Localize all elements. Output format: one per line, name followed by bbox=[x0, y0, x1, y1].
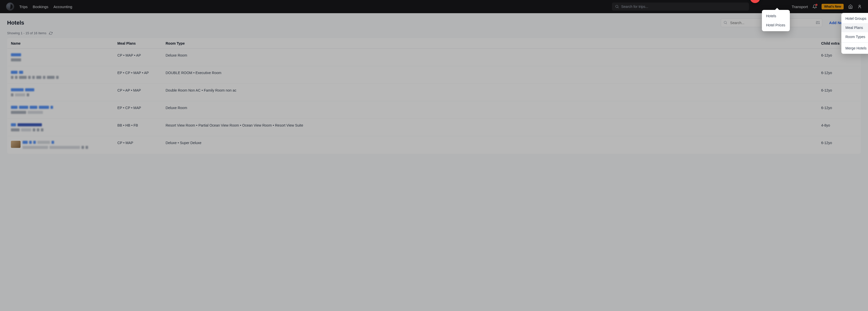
col-header-room-type[interactable]: Room Type bbox=[162, 38, 818, 49]
search-icon bbox=[615, 5, 619, 9]
svg-point-2 bbox=[859, 5, 860, 7]
cell-child: 6-12yo bbox=[818, 66, 861, 84]
cell-room: Double Room Non AC • Family Room non ac bbox=[162, 84, 818, 101]
hotels-table: Name Meal Plans Room Type Child extra CP… bbox=[7, 38, 861, 154]
cell-meal: EP • CP • MAP bbox=[114, 101, 162, 119]
svg-point-3 bbox=[724, 21, 726, 23]
user-icon[interactable] bbox=[857, 4, 862, 9]
nav-accounting[interactable]: Accounting bbox=[54, 5, 72, 9]
top-nav: Trips Bookings Accounting 1 Hotels Hotel… bbox=[0, 0, 868, 13]
cell-room: Deluxe Room bbox=[162, 101, 818, 119]
more-hotel-groups[interactable]: Hotel Groups bbox=[841, 14, 868, 23]
cell-child: 6-12yo bbox=[818, 84, 861, 101]
more-room-types[interactable]: Room Types bbox=[841, 32, 868, 41]
whats-new-badge[interactable]: What's New bbox=[822, 4, 844, 9]
notifications-button[interactable] bbox=[812, 4, 817, 9]
table-row[interactable]: BB • HB • FB Resort View Room • Partial … bbox=[7, 119, 861, 136]
filter-settings-icon[interactable] bbox=[816, 21, 820, 25]
cell-room: Deluxe Room bbox=[162, 49, 818, 66]
app-logo[interactable] bbox=[6, 3, 14, 11]
hotel-name-redacted bbox=[11, 71, 111, 79]
col-header-meal-plans[interactable]: Meal Plans bbox=[114, 38, 162, 49]
cell-child: 6-12yo bbox=[818, 136, 861, 154]
hotels-table-wrap: Name Meal Plans Room Type Child extra CP… bbox=[0, 38, 868, 160]
cell-room: Deluxe • Super Deluxe bbox=[162, 136, 818, 154]
cell-room: Resort View Room • Partial Ocean View Ro… bbox=[162, 119, 818, 136]
page-title: Hotels bbox=[7, 20, 24, 26]
table-row[interactable]: CP • MAP Deluxe • Super Deluxe 6-12yo bbox=[7, 136, 861, 154]
tour-step-badge: 1 bbox=[750, 0, 760, 3]
table-row[interactable]: EP • CP • MAP • AP DOUBLE ROOM • Executi… bbox=[7, 66, 861, 84]
more-actions-dropdown: Hotel Groups Meal Plans Room Types Merge… bbox=[841, 13, 868, 54]
page-header: Hotels Add New Hotel Groups Meal Plans R… bbox=[0, 13, 868, 30]
search-icon bbox=[723, 21, 727, 25]
hotels-dd-hotels[interactable]: Hotels bbox=[762, 11, 790, 21]
refresh-icon[interactable] bbox=[49, 31, 53, 35]
nav-transport[interactable]: Transport bbox=[792, 5, 808, 9]
home-icon[interactable] bbox=[848, 4, 853, 9]
global-search bbox=[612, 3, 749, 11]
cell-meal: CP • MAP bbox=[114, 136, 162, 154]
hotels-dropdown: Hotels Hotel Prices bbox=[762, 10, 790, 31]
results-summary: Showing 1 - 15 of 16 Items bbox=[0, 30, 868, 38]
hotel-name-redacted bbox=[11, 106, 111, 114]
cell-meal: EP • CP • MAP • AP bbox=[114, 66, 162, 84]
svg-line-4 bbox=[726, 23, 727, 24]
svg-point-0 bbox=[616, 5, 618, 8]
more-merge-hotels[interactable]: Merge Hotels bbox=[841, 43, 868, 53]
more-actions-button[interactable]: Hotel Groups Meal Plans Room Types Merge… bbox=[852, 19, 861, 27]
hotel-name-redacted bbox=[11, 53, 111, 61]
col-header-name[interactable]: Name bbox=[7, 38, 114, 49]
table-row[interactable]: CP • AP • MAP Double Room Non AC • Famil… bbox=[7, 84, 861, 101]
table-row[interactable]: CP • MAP • AP Deluxe Room 6-12yo bbox=[7, 49, 861, 66]
cell-meal: CP • AP • MAP bbox=[114, 84, 162, 101]
nav-hotels[interactable]: 1 Hotels Hotels Hotel Prices bbox=[759, 0, 787, 20]
global-search-input[interactable] bbox=[612, 3, 749, 11]
hotels-dd-prices[interactable]: Hotel Prices bbox=[762, 21, 790, 30]
cell-child: 4-8yo bbox=[818, 119, 861, 136]
table-row[interactable]: EP • CP • MAP Deluxe Room 6-12yo bbox=[7, 101, 861, 119]
cell-meal: CP • MAP • AP bbox=[114, 49, 162, 66]
cell-meal: BB • HB • FB bbox=[114, 119, 162, 136]
nav-bookings[interactable]: Bookings bbox=[33, 5, 49, 9]
notification-dot bbox=[815, 4, 817, 6]
showing-text: Showing 1 - 15 of 16 Items bbox=[7, 31, 46, 35]
cell-child: 6-12yo bbox=[818, 101, 861, 119]
svg-line-1 bbox=[618, 7, 619, 8]
hotel-name-redacted bbox=[11, 88, 111, 96]
primary-nav: Trips Bookings Accounting bbox=[19, 5, 72, 9]
nav-trips[interactable]: Trips bbox=[19, 5, 28, 9]
hotel-name-redacted bbox=[11, 123, 111, 131]
cell-room: DOUBLE ROOM • Executive Room bbox=[162, 66, 818, 84]
hotel-name-redacted bbox=[11, 141, 111, 149]
more-meal-plans[interactable]: Meal Plans bbox=[841, 23, 868, 32]
